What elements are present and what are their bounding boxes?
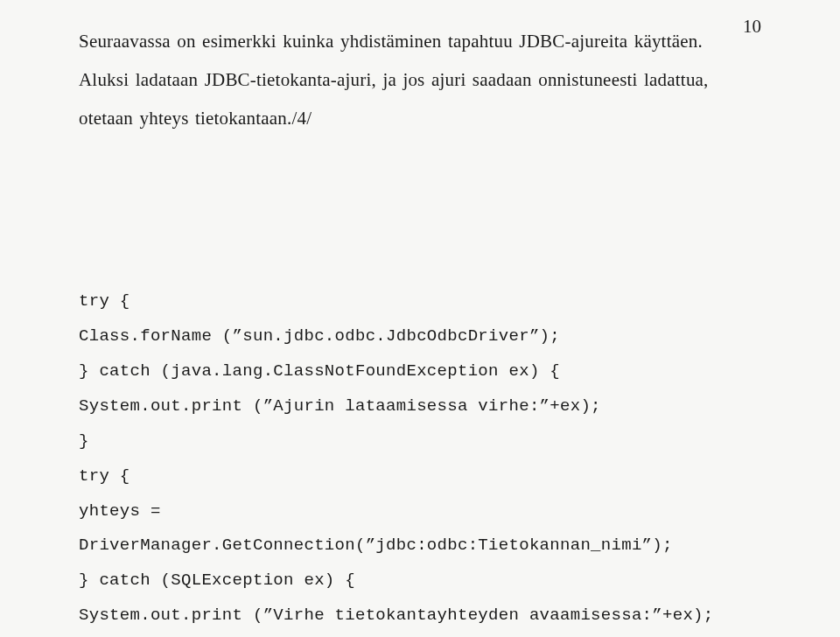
code-line: } catch (SQLException ex) { (79, 570, 355, 590)
code-line: try { (79, 466, 130, 486)
code-line: } catch (java.lang.ClassNotFoundExceptio… (79, 361, 560, 381)
code-line: } (79, 431, 89, 451)
code-line: try { (79, 291, 130, 311)
code-line: DriverManager.GetConnection(”jdbc:odbc:T… (79, 536, 673, 555)
paragraph-line: Seuraavassa on esimerkki kuinka yhdistäm… (79, 31, 703, 52)
code-line: System.out.print (”Virhe tietokantayhtey… (79, 606, 714, 625)
vertical-spacer (79, 137, 761, 207)
paragraph-line: Aluksi ladataan JDBC-tietokanta-ajuri, j… (79, 69, 709, 90)
document-page: 10 Seuraavassa on esimerkki kuinka yhdis… (0, 0, 840, 637)
code-line: yhteys = (79, 501, 161, 521)
code-line: System.out.print (”Ajurin lataamisessa v… (79, 396, 601, 416)
paragraph-line: otetaan yhteys tietokantaan./4/ (79, 108, 312, 129)
code-block: try { Class.forName (”sun.jdbc.odbc.Jdbc… (79, 249, 761, 637)
page-number: 10 (743, 16, 761, 38)
body-paragraph: Seuraavassa on esimerkki kuinka yhdistäm… (79, 22, 761, 137)
code-line: Class.forName (”sun.jdbc.odbc.JdbcOdbcDr… (79, 326, 560, 346)
